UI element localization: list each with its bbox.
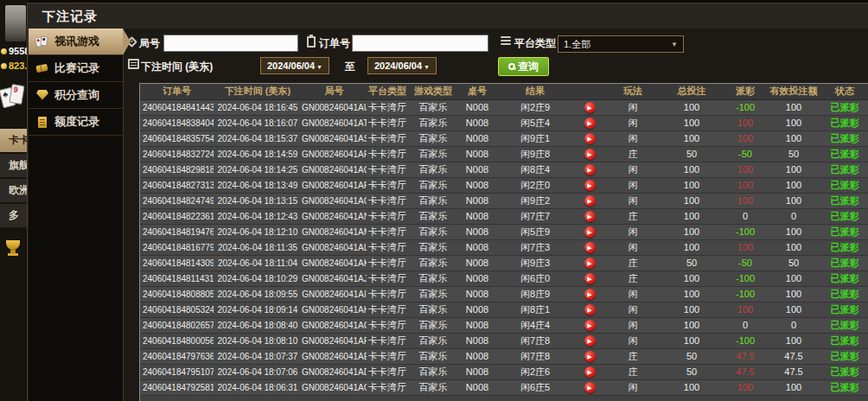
coin-icon <box>1 48 7 54</box>
cell-order-no: 240604184838404 <box>140 115 214 130</box>
play-button[interactable]: ▶ <box>584 335 596 347</box>
cell-order-no: 240604184816779 <box>140 239 214 255</box>
cell-bet-time: 2024-06-04 18:16:07 <box>214 115 302 130</box>
cell-table-no: N008 <box>458 115 496 130</box>
table-row: 240604184792581 2024-06-04 18:06:31 GN00… <box>140 379 868 395</box>
cell-platform: 卡卡湾厅 <box>367 317 408 333</box>
cell-order-no: 240604184800056 <box>140 333 214 348</box>
play-button[interactable]: ▶ <box>584 211 596 222</box>
cell-table-no: N008 <box>458 193 496 208</box>
cell-replay: ▶ <box>574 255 605 271</box>
cell-game-type: 百家乐 <box>408 162 458 177</box>
cell-order-no: 240604184805324 <box>140 302 214 317</box>
sidebar-item-label: 视讯游戏 <box>54 34 99 49</box>
ticket-icon <box>35 62 49 75</box>
cell-valid-bet: 47.5 <box>768 348 820 364</box>
play-button[interactable]: ▶ <box>584 118 596 129</box>
cell-replay: ▶ <box>574 333 605 348</box>
col-header-table-no: 桌号 <box>458 84 496 99</box>
coin-icon <box>1 63 7 69</box>
game-no-input[interactable] <box>163 35 298 52</box>
sidebar-item-match-records[interactable]: 比赛记录 <box>29 55 123 82</box>
cell-total-bet: 50 <box>661 255 723 271</box>
play-button[interactable]: ▶ <box>584 149 596 160</box>
clipboard-icon <box>307 36 316 48</box>
date-from-picker[interactable]: 2024/06/04▼ <box>260 57 329 74</box>
cell-table-no: N008 <box>458 239 496 255</box>
platform-select[interactable]: ▼ 1.全部 <box>558 35 684 53</box>
play-button[interactable]: ▶ <box>584 273 596 284</box>
cell-result: 闲7庄3 <box>496 239 574 255</box>
play-button[interactable]: ▶ <box>584 258 596 269</box>
cell-replay: ▶ <box>574 224 605 239</box>
cell-replay: ▶ <box>574 193 605 208</box>
sidebar-item-label: 额度记录 <box>54 114 99 130</box>
cell-table-no: N008 <box>458 255 496 271</box>
cell-game-no: GN008246041AH <box>302 302 367 317</box>
cell-bet-time: 2024-06-04 18:08:40 <box>214 317 302 333</box>
table-row: 240604184795107 2024-06-04 18:07:06 GN00… <box>140 364 868 379</box>
cell-status: 已派彩 <box>820 208 868 224</box>
sidebar-item-points-query[interactable]: 积分查询 <box>29 82 123 109</box>
cell-result: 闲7庄8 <box>496 348 574 364</box>
cell-play: 闲 <box>605 379 661 395</box>
cell-platform: 卡卡湾厅 <box>367 333 408 348</box>
cell-game-type: 百家乐 <box>408 286 458 302</box>
cell-result: 闲7庄8 <box>496 333 574 348</box>
play-button[interactable]: ▶ <box>584 366 596 378</box>
play-button[interactable]: ▶ <box>584 351 596 362</box>
play-button[interactable]: ▶ <box>584 242 596 253</box>
cell-game-type: 百家乐 <box>408 255 458 271</box>
cell-game-type: 百家乐 <box>408 99 458 115</box>
cell-bet-time: 2024-06-04 18:16:45 <box>214 99 302 115</box>
cell-game-no: GN008246041AO <box>302 193 367 208</box>
cell-table-no: N008 <box>458 348 496 364</box>
sidebar: 视讯游戏 比赛记录 积分查询 额度记录 <box>29 29 124 401</box>
cell-order-no: 240604184797636 <box>140 348 214 364</box>
cell-status: 已派彩 <box>820 239 868 255</box>
cell-total-bet: 50 <box>661 364 723 379</box>
date-to-picker[interactable]: 2024/06/04▼ <box>367 57 437 74</box>
query-button[interactable]: 查询 <box>498 57 549 76</box>
cell-status: 已派彩 <box>820 130 868 146</box>
play-button[interactable]: ▶ <box>584 320 596 331</box>
avatar <box>5 5 26 41</box>
cell-game-type: 百家乐 <box>408 146 458 162</box>
order-no-input[interactable] <box>352 35 488 52</box>
dialog-title: 下注记录 <box>28 3 868 29</box>
cell-bet-time: 2024-06-04 18:13:49 <box>214 177 302 193</box>
sidebar-item-video-games[interactable]: 视讯游戏 <box>29 29 123 55</box>
cell-status: 已派彩 <box>820 162 868 177</box>
screen: 9558 823. 卡卡旗舰欧洲多 下注记录 视讯游戏 比赛记录 <box>0 0 868 401</box>
play-button[interactable]: ▶ <box>584 133 596 144</box>
cell-game-no: GN008246041AJ <box>302 271 367 286</box>
play-button[interactable]: ▶ <box>584 102 596 113</box>
cell-status: 已派彩 <box>820 255 868 271</box>
play-button[interactable]: ▶ <box>584 289 596 300</box>
cell-platform: 卡卡湾厅 <box>367 208 408 224</box>
trophy-icon <box>6 240 22 258</box>
cell-game-no: GN008246041AT <box>302 115 367 130</box>
play-button[interactable]: ▶ <box>584 226 596 238</box>
cell-platform: 卡卡湾厅 <box>367 239 408 255</box>
table-row: 240604184832724 2024-06-04 18:14:59 GN00… <box>140 146 868 162</box>
cell-valid-bet: 100 <box>768 271 820 286</box>
cell-platform: 卡卡湾厅 <box>367 364 408 379</box>
cell-bet-time: 2024-06-04 18:13:15 <box>214 193 302 208</box>
cell-total-bet: 50 <box>661 146 723 162</box>
cell-bet-time: 2024-06-04 18:06:31 <box>214 379 302 395</box>
play-button[interactable]: ▶ <box>584 164 596 175</box>
play-button[interactable]: ▶ <box>584 382 596 393</box>
play-button[interactable]: ▶ <box>584 304 596 315</box>
sidebar-item-quota-records[interactable]: 额度记录 <box>29 109 123 136</box>
col-header-replay <box>574 84 605 99</box>
play-button[interactable]: ▶ <box>584 180 596 191</box>
cell-status: 已派彩 <box>820 193 868 208</box>
col-header-order: 订单号 <box>140 84 214 99</box>
cell-game-no: GN008246041AP <box>302 177 367 193</box>
cell-payout: 47.5 <box>723 348 768 364</box>
chevron-down-icon: ▼ <box>671 37 678 53</box>
cell-table-no: N008 <box>458 302 496 317</box>
col-header-status: 状态 <box>820 84 868 99</box>
play-button[interactable]: ▶ <box>584 195 596 207</box>
